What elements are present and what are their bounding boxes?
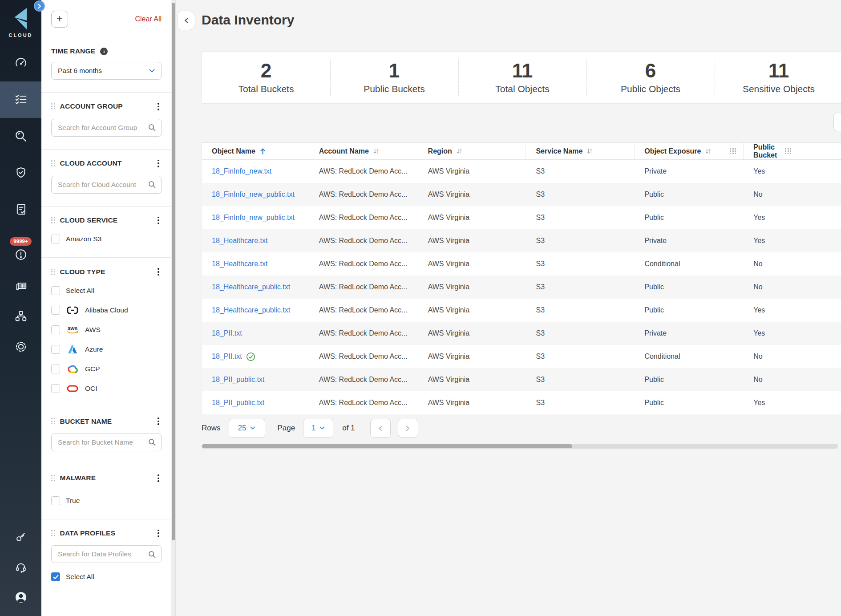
table-row[interactable]: 18_Healthcare_public.txt AWS: RedLock De… — [202, 299, 841, 322]
data-profiles-search-input[interactable] — [58, 550, 145, 558]
clear-all-filters-button[interactable]: Clear All — [135, 15, 162, 23]
table-settings-button-clipped[interactable] — [833, 113, 841, 131]
kebab-menu-icon[interactable] — [155, 215, 162, 226]
sidebar-item-search[interactable] — [0, 118, 41, 154]
bucket-name-search-input[interactable] — [58, 438, 145, 446]
info-icon[interactable]: i — [100, 48, 108, 55]
object-name-link[interactable]: 18_FinInfo_new_public.txt — [212, 190, 295, 199]
sidebar-item-policies[interactable] — [0, 191, 41, 227]
scrollbar-thumb[interactable] — [172, 3, 175, 540]
sidebar-item-settings[interactable] — [0, 332, 41, 362]
drag-handle-icon[interactable] — [51, 418, 55, 424]
kebab-menu-icon[interactable] — [155, 101, 162, 112]
drag-handle-icon[interactable] — [51, 475, 55, 481]
kebab-menu-icon[interactable] — [155, 473, 162, 483]
option-alibaba-cloud: Alibaba Cloud — [51, 304, 162, 316]
table-row[interactable]: 18_PII_public.txt AWS: RedLock Demo Acc.… — [202, 391, 841, 414]
sidebar-item-profile[interactable] — [0, 582, 41, 612]
kebab-menu-icon[interactable] — [155, 267, 162, 277]
sidebar-item-compliance[interactable] — [0, 154, 41, 191]
rows-per-page-select[interactable]: 25 — [229, 419, 265, 438]
gcp-checkbox[interactable] — [51, 365, 60, 373]
object-name-link[interactable]: 18_PII_public.txt — [212, 399, 264, 407]
column-header-service-name[interactable]: Service Name — [526, 143, 635, 159]
object-name-link[interactable]: 18_Healthcare.txt — [212, 260, 267, 268]
object-name-link[interactable]: 18_Healthcare_public.txt — [212, 283, 290, 291]
amazon-s3-checkbox[interactable] — [51, 235, 60, 243]
next-page-button[interactable] — [398, 419, 418, 438]
table-row[interactable]: 18_Healthcare.txt AWS: RedLock Demo Acc.… — [202, 252, 841, 276]
kebab-menu-icon[interactable] — [155, 158, 162, 169]
filter-section-data-profiles: DATA PROFILES Select All — [41, 519, 171, 596]
column-header-region[interactable]: Region — [418, 143, 526, 159]
cloud-account-search-input[interactable] — [58, 181, 145, 189]
kebab-menu-icon[interactable] — [155, 416, 162, 426]
table-row[interactable]: 18_PII.txt AWS: RedLock Demo Acc... AWS … — [202, 345, 841, 368]
table-row[interactable]: 18_FinInfo_new_public.txt AWS: RedLock D… — [202, 183, 841, 206]
service-name-cell: S3 — [526, 368, 635, 391]
account-name-cell: AWS: RedLock Demo Acc... — [309, 368, 418, 391]
collapse-filter-panel-button[interactable] — [178, 11, 195, 30]
column-header-account-name[interactable]: Account Name — [309, 143, 418, 159]
column-header-object-name[interactable]: Object Name — [202, 143, 309, 159]
account-group-search-input[interactable] — [58, 124, 145, 132]
sidebar-item-inventory[interactable] — [0, 81, 41, 118]
document-check-icon — [14, 203, 28, 216]
object-name-link[interactable]: 18_PII.txt — [212, 329, 242, 337]
sort-icon[interactable] — [705, 148, 712, 154]
service-name-cell: S3 — [526, 206, 635, 229]
table-row[interactable]: 18_FinInfo_new_public.txt AWS: RedLock D… — [202, 206, 841, 229]
object-name-link[interactable]: 18_PII_public.txt — [212, 376, 264, 384]
scrollbar-thumb[interactable] — [202, 444, 572, 448]
drag-handle-icon[interactable] — [51, 269, 55, 275]
column-drag-icon[interactable] — [785, 148, 791, 154]
data-profiles-select-all-checkbox[interactable] — [51, 572, 60, 581]
drag-handle-icon[interactable] — [51, 530, 55, 536]
column-drag-icon[interactable] — [730, 148, 736, 154]
object-name-link[interactable]: 18_Healthcare.txt — [212, 237, 267, 245]
aws-checkbox[interactable] — [51, 325, 60, 334]
sidebar-item-support[interactable] — [0, 552, 41, 582]
object-name-link[interactable]: 18_PII.txt — [212, 353, 242, 361]
object-name-link[interactable]: 18_FinInfo_new_public.txt — [212, 214, 295, 222]
option-select-all-cloud-type: Select All — [51, 285, 162, 296]
sidebar-item-network[interactable] — [0, 301, 41, 332]
time-range-select[interactable]: Past 6 months — [51, 62, 162, 80]
sidebar-item-dashboard[interactable] — [0, 45, 41, 81]
table-row[interactable]: 18_Healthcare.txt AWS: RedLock Demo Acc.… — [202, 229, 841, 252]
table-row[interactable]: 18_PII_public.txt AWS: RedLock Demo Acc.… — [202, 368, 841, 391]
malware-true-checkbox[interactable] — [51, 496, 60, 505]
table-row[interactable]: 18_PII.txt AWS: RedLock Demo Acc... AWS … — [202, 322, 841, 345]
add-filter-button[interactable]: + — [51, 11, 68, 28]
object-name-link[interactable]: 18_FinInfo_new.txt — [212, 167, 271, 175]
sidebar-item-access-keys[interactable] — [0, 522, 41, 552]
column-header-public-bucket[interactable]: Public Bucket — [744, 143, 841, 159]
drag-handle-icon[interactable] — [51, 160, 55, 166]
sort-icon[interactable] — [586, 148, 593, 154]
horizontal-scrollbar[interactable] — [202, 444, 838, 449]
sidebar-item-alerts[interactable]: 9999+ — [0, 227, 41, 271]
search-icon — [148, 551, 156, 558]
network-hierarchy-icon — [14, 310, 28, 323]
prev-page-button[interactable] — [370, 419, 391, 438]
alibaba-checkbox[interactable] — [51, 306, 60, 315]
drag-handle-icon[interactable] — [51, 103, 55, 109]
drag-handle-icon[interactable] — [51, 217, 55, 223]
page-select[interactable]: 1 — [303, 419, 333, 438]
sort-icon[interactable] — [456, 148, 463, 154]
oci-checkbox[interactable] — [51, 384, 60, 393]
sort-asc-icon[interactable] — [259, 148, 266, 155]
sort-icon[interactable] — [373, 148, 380, 154]
kebab-menu-icon[interactable] — [155, 528, 162, 539]
cloud-type-select-all-checkbox[interactable] — [51, 286, 60, 295]
azure-checkbox[interactable] — [51, 345, 60, 354]
bucket-name-search — [51, 434, 162, 451]
object-name-link[interactable]: 18_Healthcare_public.txt — [212, 306, 290, 314]
sidebar-item-compute[interactable] — [0, 271, 41, 301]
filter-panel-scrollbar[interactable] — [171, 0, 175, 616]
table-row[interactable]: 18_Healthcare_public.txt AWS: RedLock De… — [202, 276, 841, 299]
headset-icon — [15, 561, 27, 573]
panel-expand-toggle[interactable] — [34, 0, 45, 12]
column-header-object-exposure[interactable]: Object Exposure — [635, 143, 744, 159]
table-row[interactable]: 18_FinInfo_new.txt AWS: RedLock Demo Acc… — [202, 160, 841, 183]
